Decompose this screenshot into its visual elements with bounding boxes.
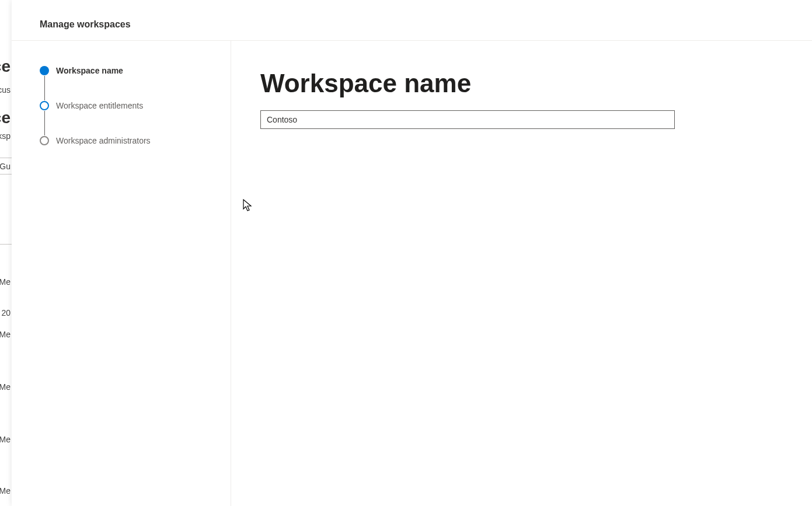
workspace-name-input[interactable]: [260, 110, 675, 129]
panel-title: Manage workspaces: [40, 19, 812, 30]
step-indicator-filled-icon: [40, 66, 49, 75]
step-connector: [44, 111, 45, 135]
bg-fragment: ce: [0, 109, 11, 127]
wizard-step-label: Workspace administrators: [56, 136, 151, 145]
manage-workspaces-panel: Manage workspaces Workspace name Workspa…: [12, 0, 812, 506]
content-heading: Workspace name: [260, 69, 783, 99]
step-indicator-outline-icon: [40, 101, 49, 110]
background-page: ce cus ce rksp l Gu Me 20 Me Me Me Me: [0, 0, 12, 506]
bg-fragment: rksp: [0, 131, 11, 141]
bg-fragment: Me: [0, 486, 11, 495]
wizard-step-workspace-administrators[interactable]: Workspace administrators: [40, 135, 231, 146]
bg-fragment: cus: [0, 85, 11, 95]
bg-divider: [0, 174, 12, 175]
step-indicator-outline-icon: [40, 136, 49, 145]
bg-fragment: Me: [0, 330, 11, 339]
bg-divider: [0, 244, 12, 245]
bg-fragment: l Gu: [0, 162, 11, 171]
wizard-step-label: Workspace name: [56, 66, 123, 75]
bg-fragment: ce: [0, 57, 11, 76]
panel-body: Workspace name Workspace entitlements Wo…: [12, 41, 812, 506]
wizard-step-workspace-name[interactable]: Workspace name: [40, 65, 231, 76]
panel-header: Manage workspaces: [12, 0, 812, 41]
wizard-step-label: Workspace entitlements: [56, 101, 143, 110]
wizard-nav: Workspace name Workspace entitlements Wo…: [12, 41, 231, 506]
step-connector: [44, 76, 45, 100]
bg-fragment: Me: [0, 277, 11, 287]
content-area: Workspace name: [231, 41, 812, 506]
bg-fragment: 20: [1, 308, 11, 317]
wizard-step-workspace-entitlements[interactable]: Workspace entitlements: [40, 100, 231, 111]
bg-fragment: Me: [0, 382, 11, 392]
bg-fragment: Me: [0, 435, 11, 444]
bg-divider: [0, 158, 12, 158]
